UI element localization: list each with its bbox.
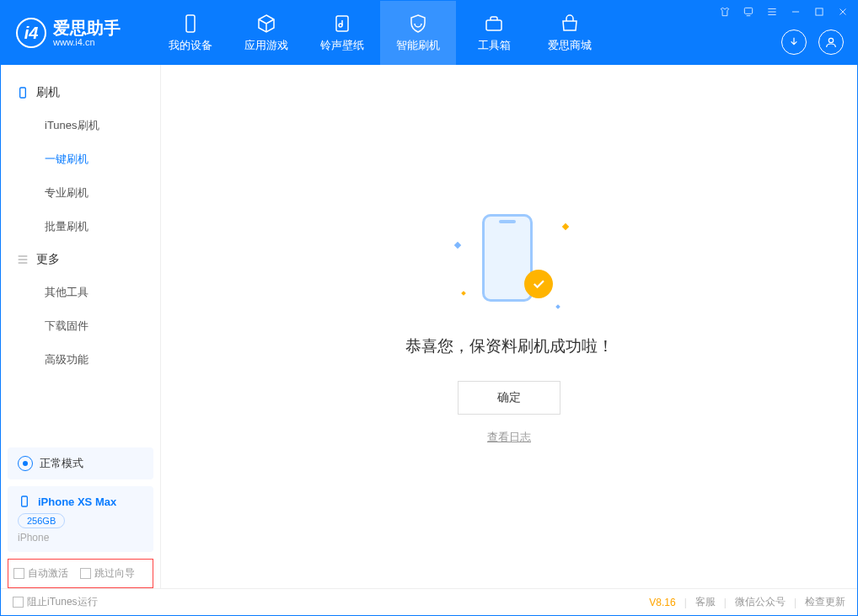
logo-title: 爱思助手: [53, 19, 121, 37]
toolbox-icon: [483, 13, 505, 35]
device-type: iPhone: [18, 532, 143, 544]
sidebar-item-other-tools[interactable]: 其他工具: [1, 276, 160, 309]
phone-small-icon: [18, 495, 31, 508]
mode-icon: [18, 456, 33, 471]
svg-rect-8: [22, 496, 28, 506]
svg-rect-4: [744, 8, 752, 13]
logo-subtitle: www.i4.cn: [53, 37, 121, 47]
svg-rect-0: [186, 15, 195, 32]
header: i4 爱思助手 www.i4.cn 我的设备 应用游戏 铃声壁纸 智能刷机: [1, 1, 857, 65]
nav-smart-flash[interactable]: 智能刷机: [380, 1, 456, 65]
spark-icon: [454, 241, 461, 248]
checkbox-icon: [13, 568, 24, 579]
options-highlight: 自动激活 跳过向导: [8, 559, 153, 588]
version-label: V8.16: [649, 597, 675, 608]
sidebar-item-pro-flash[interactable]: 专业刷机: [1, 176, 160, 210]
mode-card[interactable]: 正常模式: [8, 447, 153, 479]
checkbox-icon: [80, 568, 91, 579]
svg-rect-3: [486, 20, 501, 30]
footer-link-support[interactable]: 客服: [695, 595, 716, 609]
close-button[interactable]: [835, 4, 850, 19]
list-icon: [16, 253, 29, 266]
device-name: iPhone XS Max: [38, 495, 116, 508]
minimize-button[interactable]: [788, 4, 803, 19]
main-content: 恭喜您，保资料刷机成功啦！ 确定 查看日志: [161, 65, 857, 588]
checkbox-auto-activate[interactable]: 自动激活: [13, 566, 68, 581]
sidebar-item-onekey-flash[interactable]: 一键刷机: [1, 142, 160, 176]
top-nav: 我的设备 应用游戏 铃声壁纸 智能刷机 工具箱 爱思商城: [153, 1, 608, 65]
svg-rect-5: [816, 8, 823, 15]
sidebar-item-advanced[interactable]: 高级功能: [1, 343, 160, 377]
success-badge-icon: [524, 270, 553, 298]
footer-link-wechat[interactable]: 微信公众号: [735, 595, 786, 609]
header-right-actions: [781, 29, 844, 55]
spark-icon: [461, 291, 466, 296]
sidebar-section-flash: 刷机: [1, 77, 160, 109]
svg-point-2: [339, 24, 342, 27]
device-icon: [180, 13, 201, 35]
sidebar-item-download-firmware[interactable]: 下载固件: [1, 309, 160, 343]
music-file-icon: [331, 13, 353, 35]
svg-rect-7: [20, 88, 26, 98]
nav-apps-games[interactable]: 应用游戏: [228, 1, 304, 65]
sidebar: 刷机 iTunes刷机 一键刷机 专业刷机 批量刷机 更多 其他工具 下载固件 …: [1, 65, 161, 588]
shop-icon: [559, 13, 581, 35]
spark-icon: [555, 304, 560, 309]
ok-button[interactable]: 确定: [458, 381, 560, 415]
nav-store[interactable]: 爱思商城: [532, 1, 608, 65]
refresh-shield-icon: [407, 13, 429, 35]
success-illustration: [450, 209, 568, 310]
nav-toolbox[interactable]: 工具箱: [456, 1, 532, 65]
checkbox-block-itunes[interactable]: 阻止iTunes运行: [13, 595, 98, 609]
success-message: 恭喜您，保资料刷机成功啦！: [405, 335, 614, 357]
user-button[interactable]: [818, 29, 844, 55]
phone-icon: [16, 86, 29, 99]
logo-icon: i4: [16, 18, 46, 48]
download-button[interactable]: [781, 29, 807, 55]
sidebar-item-itunes-flash[interactable]: iTunes刷机: [1, 109, 160, 142]
footer: 阻止iTunes运行 V8.16 | 客服 | 微信公众号 | 检查更新: [1, 588, 857, 615]
checkbox-skip-guide[interactable]: 跳过向导: [80, 566, 135, 581]
footer-link-update[interactable]: 检查更新: [805, 595, 845, 609]
device-capacity: 256GB: [18, 513, 65, 528]
title-bar-controls: [717, 4, 850, 19]
menu-icon[interactable]: [764, 4, 780, 19]
body: 刷机 iTunes刷机 一键刷机 专业刷机 批量刷机 更多 其他工具 下载固件 …: [1, 65, 857, 588]
app-window: i4 爱思助手 www.i4.cn 我的设备 应用游戏 铃声壁纸 智能刷机: [0, 0, 858, 616]
nav-ringtone-wallpaper[interactable]: 铃声壁纸: [304, 1, 380, 65]
sidebar-section-more: 更多: [1, 244, 160, 276]
view-log-link[interactable]: 查看日志: [487, 430, 531, 445]
tshirt-icon[interactable]: [717, 4, 732, 19]
sidebar-bottom: 正常模式 iPhone XS Max 256GB iPhone 自动激活: [1, 441, 160, 588]
checkbox-icon: [13, 597, 24, 608]
sidebar-item-batch-flash[interactable]: 批量刷机: [1, 210, 160, 244]
nav-my-device[interactable]: 我的设备: [153, 1, 228, 65]
device-card[interactable]: iPhone XS Max 256GB iPhone: [8, 486, 153, 552]
svg-point-6: [829, 38, 833, 42]
spark-icon: [562, 222, 569, 229]
footer-right: V8.16 | 客服 | 微信公众号 | 检查更新: [649, 595, 845, 609]
logo: i4 爱思助手 www.i4.cn: [1, 18, 136, 48]
cube-icon: [255, 13, 277, 35]
maximize-button[interactable]: [812, 4, 827, 19]
mode-label: 正常模式: [40, 456, 83, 471]
feedback-icon[interactable]: [741, 4, 756, 19]
